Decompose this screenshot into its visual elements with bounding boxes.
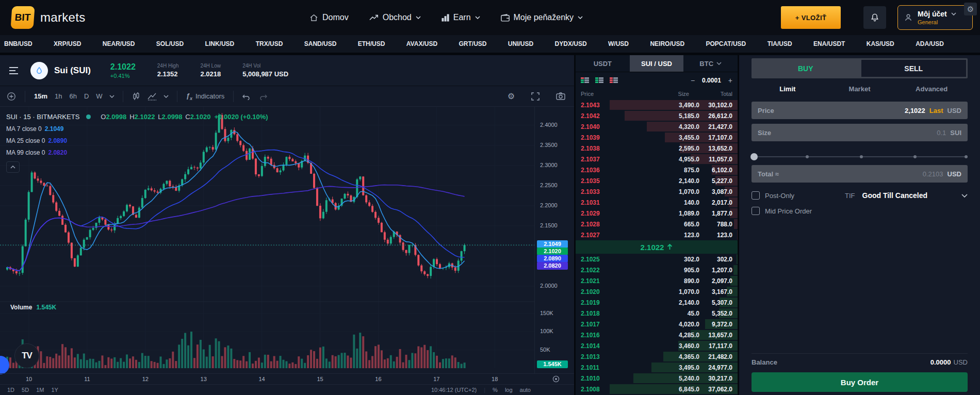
ticker-pair[interactable]: LINK/USD [205,40,235,47]
bid-row[interactable]: 2.10113,495.024,977.0 [576,362,738,373]
ticker-settings-gear-icon[interactable]: ⚙ [964,3,977,15]
ask-row[interactable]: 2.10352,140.05,227.0 [576,175,738,186]
slider-handle[interactable] [750,153,758,160]
ticker-pair[interactable]: UNI/USD [508,40,533,47]
fullscreen-icon[interactable] [528,92,543,101]
bid-row[interactable]: 2.10134,365.021,482.0 [576,351,738,362]
price-input[interactable] [778,107,925,114]
nav-item-domov[interactable]: Domov [309,13,349,22]
tick-increase-button[interactable]: + [728,76,732,85]
book-view-both-icon[interactable] [581,77,589,83]
ticker-pair[interactable]: W/USD [608,40,629,47]
bid-row[interactable]: 2.10201,070.03,167.0 [576,286,738,297]
ticker-pair[interactable]: AVAX/USD [406,40,437,47]
bid-row[interactable]: 2.10164,285.013,657.0 [576,330,738,340]
ticker-pair[interactable]: SAND/USD [304,40,337,47]
range-1M[interactable]: 1M [36,387,44,393]
bid-row[interactable]: 2.1021890.02,097.0 [576,275,738,286]
auto-scale-toggle[interactable]: auto [520,387,531,393]
sell-tab[interactable]: SELL [861,60,967,77]
last-price-button[interactable]: Last [929,107,943,114]
book-view-asks-icon[interactable] [610,77,618,83]
bid-row[interactable]: 2.1025302.0302.0 [576,254,738,265]
notifications-button[interactable] [863,6,886,29]
ask-row[interactable]: 2.10404,320.021,427.0 [576,121,738,132]
bid-row[interactable]: 2.10105,240.030,217.0 [576,373,738,384]
tab-market[interactable]: Market [824,85,896,93]
legend-collapse-button[interactable] [6,161,20,173]
timeframe-D[interactable]: D [80,92,92,100]
orderbook-tab-suiusd[interactable]: SUI / USD [630,55,684,72]
bid-row[interactable]: 2.10086,845.037,062.0 [576,384,738,394]
ask-row[interactable]: 2.1028665.0788.0 [576,219,738,229]
total-input[interactable] [783,170,943,178]
tab-advanced[interactable]: Advanced [895,85,968,93]
mid-price-order-checkbox[interactable]: Mid Price Order [752,207,812,215]
timeframe-1h[interactable]: 1h [51,92,66,100]
tab-limit[interactable]: Limit [752,85,824,93]
orderbook-tab-btc[interactable]: BTC [683,55,738,72]
mid-price-row[interactable]: 2.1022 [576,240,738,254]
ask-row[interactable]: 2.10425,185.026,612.0 [576,110,738,121]
ticker-pair[interactable]: NEAR/USD [103,40,135,47]
price-chart[interactable]: SUI · 15 · BITMARKETS O2.0998H2.1022L2.0… [0,107,574,395]
book-view-bids-icon[interactable] [595,77,603,83]
chart-settings-gear-icon[interactable]: ⚙ [504,91,518,101]
ticker-pair[interactable]: BNB/USD [4,40,32,47]
redo-icon[interactable] [255,93,271,100]
submit-buy-order-button[interactable]: Buy Order [752,372,968,392]
snapshot-camera-icon[interactable] [552,92,569,100]
indicators-button[interactable]: ƒx Indicators [183,92,228,101]
bid-row[interactable]: 2.10192,140.05,307.0 [576,297,738,308]
percent-scale-toggle[interactable]: % [493,387,498,393]
ask-row[interactable]: 2.10374,955.011,057.0 [576,154,738,164]
nav-item-moje-peňaženky[interactable]: Moje peňaženky [501,13,583,22]
timeframe-6h[interactable]: 6h [66,92,80,100]
log-scale-toggle[interactable]: log [505,387,513,393]
tradingview-logo[interactable]: TV [14,343,39,368]
size-slider[interactable] [752,153,968,160]
clock-utc[interactable]: 10:46:12 (UTC+2) [431,387,477,393]
ticker-pair[interactable]: POPCAT/USD [706,40,746,47]
ask-row[interactable]: 2.10433,490.030,102.0 [576,100,738,110]
timeframe-W[interactable]: W [92,92,106,100]
chevron-down-icon[interactable] [109,95,115,98]
ticker-pair[interactable]: XRP/USD [54,40,81,47]
bid-row[interactable]: 2.1022905.01,207.0 [576,265,738,275]
ticker-pair[interactable]: TRX/USD [256,40,283,47]
ticker-pair[interactable]: DYDX/USD [555,40,587,47]
undo-icon[interactable] [239,93,255,100]
post-only-checkbox[interactable]: Post-Only [752,191,794,200]
brand-logo[interactable]: BIT markets [11,6,85,29]
ticker-pair[interactable]: NEIRO/USD [650,40,684,47]
ticker-pair[interactable]: ADA/USD [916,40,944,47]
tif-selector[interactable]: TIF Good Till Canceled [845,191,968,200]
tick-decrease-button[interactable]: − [691,76,695,85]
price-axis[interactable]: 2.40002.35002.30002.25002.20002.15002.05… [534,107,574,373]
bid-row[interactable]: 2.101845.05,352.0 [576,308,738,319]
ticker-pair[interactable]: GRT/USD [459,40,486,47]
ask-row[interactable]: 2.10382,595.013,652.0 [576,143,738,154]
buy-tab[interactable]: BUY [752,58,860,78]
market-list-menu-icon[interactable] [9,67,18,74]
ask-row[interactable]: 2.1031140.02,017.0 [576,197,738,208]
chevron-down-icon[interactable] [164,95,169,98]
ticker-pair[interactable]: KAS/USD [867,40,894,47]
range-1Y[interactable]: 1Y [51,387,58,393]
add-compare-icon[interactable] [3,92,20,101]
timeframe-15m[interactable]: 15m [30,92,51,100]
ticker-pair[interactable]: SOL/USD [156,40,184,47]
range-1D[interactable]: 1D [7,387,14,393]
size-input[interactable] [775,129,946,137]
ask-row[interactable]: 2.10393,455.017,107.0 [576,132,738,143]
time-axis[interactable]: 101112131415161718 [0,373,574,384]
nav-item-obchod[interactable]: Obchod [369,13,421,22]
timezone-icon[interactable] [552,375,560,383]
orderbook-tab-usdt[interactable]: USDT [576,55,630,72]
checkbox-icon[interactable] [752,207,760,215]
ask-row[interactable]: 2.1027123.0123.0 [576,229,738,240]
bid-row[interactable]: 2.10143,460.017,117.0 [576,340,738,351]
deposit-button[interactable]: + VLOŽIŤ [781,6,841,29]
candle-style-icon[interactable] [128,92,144,101]
ticker-pair[interactable]: ETH/USD [358,40,385,47]
